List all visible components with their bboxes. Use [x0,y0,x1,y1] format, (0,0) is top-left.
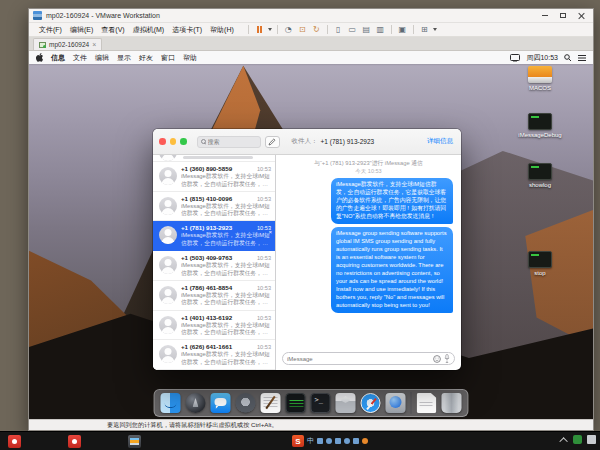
console-icon[interactable] [286,393,306,413]
conversation-row[interactable]: +1 (786) 461-885410:53 iMessage群发软件，支持全球… [153,281,275,311]
compose-button[interactable] [265,136,280,148]
conversation-time: 10:53 [257,285,271,291]
apple-menu-icon[interactable] [36,53,44,62]
pause-vm-button[interactable] [254,24,265,35]
fullscreen-dropdown-icon[interactable] [433,28,437,31]
ime-toolbar[interactable]: S 中 [292,435,368,447]
tray-display-icon[interactable] [587,435,596,444]
finder-icon[interactable] [161,393,181,413]
desktop-icon-showlog[interactable]: showlog [517,163,563,189]
revert-snapshot-button[interactable]: ↻ [311,24,322,35]
display-icon[interactable] [510,54,520,62]
windows-taskbar[interactable]: S 中 [0,431,600,450]
messages-icon[interactable] [211,393,231,413]
ime-toolbox-icon[interactable] [344,438,350,444]
macos-menu-messages[interactable]: 信息 [51,53,65,63]
menu-view[interactable]: 查看(V) [97,25,128,35]
desktop-icon-imessagedebug[interactable]: iMessageDebug [517,113,563,139]
chat-transcript[interactable]: 与“+1 (781) 913-2923”进行 iMessage 通信 今天 10… [276,155,461,349]
conversation-row[interactable]: +1 (815) 410-009610:53 iMessage群发软件，支持全球… [153,192,275,222]
ime-keyboard-icon[interactable] [335,438,341,444]
search-field[interactable] [197,136,261,148]
taskbar-vmware-icon[interactable] [128,435,141,448]
ime-skin-icon[interactable] [362,438,368,444]
launchpad-icon[interactable] [186,393,206,413]
terminal-icon[interactable] [311,393,331,413]
conversation-row[interactable]: +1 (360) 890-585910:53 iMessage群发软件，支持全球… [153,162,275,192]
fullscreen-button[interactable]: ⊞ [419,24,430,35]
ime-mic-icon[interactable] [326,438,332,444]
menubar-clock[interactable]: 周四10:53 [526,53,558,63]
macos-menu-help[interactable]: 帮助 [183,53,197,63]
close-icon [578,12,585,19]
conversation-time: 10:53 [257,255,271,261]
taskbar-app-red-1-icon[interactable] [8,435,21,448]
emoji-icon[interactable] [433,355,441,363]
macos-menu-file[interactable]: 文件 [73,53,87,63]
list-icon[interactable] [578,54,586,62]
macos-menu-window[interactable]: 窗口 [161,53,175,63]
microphone-icon[interactable] [444,354,450,363]
conversation-row-selected[interactable]: +1 (781) 913-292310:53 iMessage群发软件，支持全球… [153,221,275,251]
conversation-list[interactable]: +1 (360) 890-585910:53 iMessage群发软件，支持全球… [153,155,276,370]
message-input-field[interactable] [282,352,455,365]
document-icon[interactable] [417,393,437,413]
snapshot-clock-button[interactable]: ◔ [283,24,294,35]
menu-tabs[interactable]: 选项卡(T) [168,25,206,35]
dock [154,389,469,417]
conversation-row[interactable]: +1 (401) 413-619210:53 iMessage群发软件，支持全球… [153,311,275,341]
trash-icon[interactable] [442,393,462,413]
search-icon[interactable] [564,54,572,62]
take-snapshot-button[interactable]: ⊡ [297,24,308,35]
ime-grid-icon[interactable] [353,438,359,444]
system-tray[interactable] [562,435,596,444]
taskbar-app-red-2-icon[interactable] [68,435,81,448]
macos-menu-edit[interactable]: 编辑 [95,53,109,63]
vm-tab-close-icon[interactable]: × [92,41,96,48]
close-button[interactable] [573,10,589,21]
tray-security-icon[interactable] [573,435,582,444]
desktop-icon-stop[interactable]: stop [517,251,563,277]
vmware-titlebar[interactable]: mp02-160924 - VMware Workstation [29,9,593,23]
desktop-icon-macos[interactable]: MACOS [517,66,563,92]
menu-vm[interactable]: 虚拟机(M) [129,25,169,35]
safari-icon[interactable] [361,393,381,413]
console-view-button[interactable]: ▯ [333,24,344,35]
textedit-icon[interactable] [261,393,281,413]
details-button[interactable]: 详细信息 [427,137,453,146]
minimize-icon [542,15,548,16]
macos-menu-view[interactable]: 显示 [117,53,131,63]
thumbnail-view-button[interactable]: ▥ [375,24,386,35]
unity-mode-button[interactable]: ▤ [361,24,372,35]
maximize-button[interactable] [555,10,571,21]
macos-menu-buddies[interactable]: 好友 [139,53,153,63]
conversation-row[interactable]: +1 (503) 409-976310:53 iMessage群发软件，支持全球… [153,251,275,281]
installer-icon[interactable] [336,393,356,413]
ime-punct-icon[interactable] [317,438,323,444]
search-input[interactable] [208,139,257,145]
conversation-row-partial[interactable] [153,155,275,162]
minimize-button[interactable] [537,10,553,21]
system-preferences-icon[interactable] [236,393,256,413]
menu-file[interactable]: 文件(F) [35,25,66,35]
message-input[interactable] [287,356,430,362]
menu-edit[interactable]: 编辑(E) [66,25,97,35]
tray-expand-icon[interactable] [559,437,567,445]
show-console-button[interactable]: ▣ [397,24,408,35]
conversation-close-icon[interactable]: × [268,229,272,235]
traffic-minimize-button[interactable] [170,138,177,145]
vm-screen[interactable]: 信息 文件 编辑 显示 好友 窗口 帮助 周四10:53 MACOS iMess… [29,51,593,421]
library-view-button[interactable]: ▭ [347,24,358,35]
conversation-row[interactable]: +1 (626) 641-166110:53 iMessage群发软件，支持全球… [153,340,275,370]
sogou-ime-icon[interactable]: S [292,435,304,447]
traffic-zoom-button[interactable] [180,138,187,145]
ime-mode-toggle[interactable]: 中 [307,436,314,446]
menu-help[interactable]: 帮助(H) [206,25,238,35]
messages-toolbar[interactable]: 收件人： +1 (781) 913-2923 详细信息 [153,129,461,155]
vm-tab[interactable]: mp02-160924 × [33,38,102,50]
pause-dropdown-icon[interactable] [268,28,272,31]
to-value[interactable]: +1 (781) 913-2923 [321,138,428,145]
network-icon[interactable] [386,393,406,413]
traffic-close-button[interactable] [159,138,166,145]
conversation-preview: iMessage群发软件，支持全球iM短信群发，全自动运行群发任务，它… [181,203,271,218]
